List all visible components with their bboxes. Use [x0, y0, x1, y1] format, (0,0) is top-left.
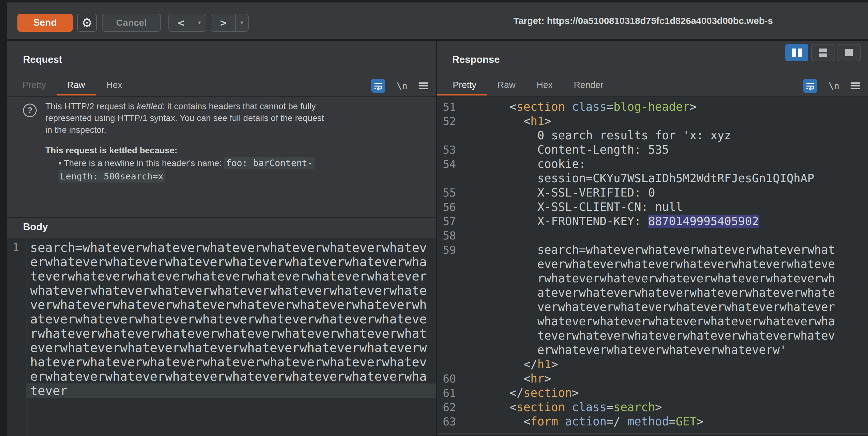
- line-number: [7, 269, 26, 283]
- body-line: ateverwhateverwhateverwhateverwhateverwh…: [7, 312, 436, 326]
- rows-view-button[interactable]: [811, 44, 834, 61]
- line-number: [7, 383, 26, 398]
- columns-view-button[interactable]: [785, 44, 808, 61]
- layout-switcher: [785, 44, 861, 61]
- forward-dropdown-icon[interactable]: ▼: [235, 14, 248, 31]
- kettled-reason-title: This request is kettled because:: [45, 145, 324, 156]
- line-number: [7, 326, 26, 341]
- line-number: 59: [437, 243, 464, 257]
- history-forward-button[interactable]: > ▼: [211, 14, 249, 32]
- code-line: rwhateverwhateverwhateverwhateverwhateve…: [437, 271, 868, 286]
- code-line: 60<hr>: [437, 372, 868, 386]
- code-line: 52<h1>: [437, 114, 868, 128]
- line-number: [7, 355, 26, 369]
- line-number: [437, 171, 464, 186]
- line-number: [437, 257, 464, 271]
- line-number: [7, 369, 26, 383]
- response-tabbar: PrettyRawHexRender \n: [437, 76, 868, 97]
- tab-render[interactable]: Render: [563, 76, 614, 95]
- settings-button[interactable]: ⚙: [77, 14, 97, 32]
- tab-hex[interactable]: Hex: [96, 76, 133, 95]
- back-arrow-icon: <: [169, 17, 193, 29]
- code-line: teverwhateverwhateverwhateverwhateverwha…: [437, 329, 868, 343]
- kettled-line-2: represented using HTTP/1 syntax. You can…: [45, 112, 324, 124]
- response-panel: Response PrettyRawHexRender \n: [437, 41, 868, 436]
- editor-menu-icon[interactable]: [418, 82, 428, 90]
- tab-hex[interactable]: Hex: [526, 76, 563, 95]
- response-code-editor[interactable]: 51<section class=blog-header>52<h1>0 sea…: [437, 97, 868, 436]
- body-line: everwhateverwhateverwhateverwhateverwhat…: [7, 341, 436, 355]
- repeater-toolbar: Send ⚙ Cancel < ▼ > ▼ Target: https://0a…: [7, 2, 868, 39]
- columns-view-icon: [792, 49, 796, 57]
- kettled-line-1: This HTTP/2 request is kettled: it conta…: [45, 100, 324, 112]
- line-number: [437, 329, 464, 343]
- single-view-button[interactable]: [838, 44, 861, 61]
- code-line: everwhateverwhateverwhateverwhateverwhat…: [437, 257, 868, 271]
- word-wrap-toggle-button[interactable]: [803, 79, 817, 93]
- line-number: [437, 314, 464, 329]
- line-number: 57: [437, 214, 464, 229]
- line-number: [437, 300, 464, 314]
- tab-pretty[interactable]: Pretty: [437, 76, 487, 95]
- code-line: 57X-FRONTEND-KEY: 8870149995405902: [437, 214, 868, 229]
- code-line: </h1>: [437, 357, 868, 372]
- request-body-editor[interactable]: 1search=whateverwhateverwhateverwhatever…: [7, 238, 436, 436]
- request-panel: Request PrettyRawHex \n: [7, 41, 436, 436]
- newline-toggle[interactable]: \n: [829, 81, 839, 91]
- line-number: [7, 312, 26, 326]
- line-number: [437, 286, 464, 300]
- code-line: 51<section class=blog-header>: [437, 100, 868, 114]
- code-line: verwhateverwhateverwhateverwhateverwhate…: [437, 300, 868, 314]
- body-line: teverwhateverwhateverwhateverwhateverwha…: [7, 269, 436, 283]
- kettled-header-code: foo: barContent-: [224, 157, 314, 169]
- line-number: 58: [437, 229, 464, 243]
- code-line: ateverwhateverwhateverwhateverwhateverwh…: [437, 286, 868, 300]
- line-number: 53: [437, 143, 464, 157]
- rows-view-icon: [819, 49, 827, 57]
- word-wrap-icon: [806, 81, 815, 90]
- line-number: 55: [437, 186, 464, 200]
- line-number: [7, 283, 26, 298]
- question-circle-icon[interactable]: ?: [23, 104, 37, 117]
- body-line: erwhateverwhateverwhateverwhateverwhatev…: [7, 369, 436, 383]
- history-back-button[interactable]: < ▼: [168, 14, 206, 32]
- code-line: 58: [437, 229, 868, 243]
- code-line: 0 search results for 'x: xyz: [437, 128, 868, 143]
- code-line: whateverwhateverwhateverwhateverwhatever…: [437, 314, 868, 329]
- line-number: 61: [437, 386, 464, 400]
- line-number: [7, 255, 26, 269]
- send-button[interactable]: Send: [18, 14, 73, 32]
- kettled-header-code-continued: Length: 500search=x: [58, 170, 165, 182]
- line-number: 62: [437, 400, 464, 414]
- request-tabbar: PrettyRawHex \n: [7, 76, 436, 97]
- word-wrap-toggle-button[interactable]: [371, 79, 385, 93]
- line-number: [7, 341, 26, 355]
- newline-toggle[interactable]: \n: [397, 81, 407, 91]
- editor-menu-icon[interactable]: [850, 82, 860, 90]
- cancel-button[interactable]: Cancel: [102, 14, 161, 32]
- code-line: 62<section class=search>: [437, 400, 868, 414]
- request-panel-title: Request: [23, 54, 62, 65]
- code-line: 59search=whateverwhateverwhateverwhateve…: [437, 243, 868, 257]
- tab-raw[interactable]: Raw: [487, 76, 526, 95]
- body-line: tever: [7, 383, 436, 398]
- line-number: 54: [437, 157, 464, 171]
- line-number: 63: [437, 414, 464, 429]
- line-number: [7, 298, 26, 312]
- code-line: 61</section>: [437, 386, 868, 400]
- tab-pretty[interactable]: Pretty: [7, 76, 57, 95]
- code-line: 54cookie:: [437, 157, 868, 171]
- word-wrap-icon: [374, 81, 383, 90]
- code-line: 63<form action=/ method=GET>: [437, 414, 868, 429]
- back-dropdown-icon[interactable]: ▼: [193, 14, 206, 31]
- kettled-line-3: in the inspector.: [45, 124, 324, 136]
- line-number: [437, 343, 464, 357]
- code-line: erwhateverwhateverwhateverwhateverw': [437, 343, 868, 357]
- gear-icon: ⚙: [82, 16, 93, 30]
- line-number: 60: [437, 372, 464, 386]
- body-line: hateverwhateverwhateverwhateverwhateverw…: [7, 355, 436, 369]
- tab-raw[interactable]: Raw: [57, 76, 96, 95]
- body-line: rwhateverwhateverwhateverwhateverwhateve…: [7, 326, 436, 341]
- body-line: erwhateverwhateverwhateverwhateverwhatev…: [7, 255, 436, 269]
- body-line: whateverwhateverwhateverwhateverwhatever…: [7, 283, 436, 298]
